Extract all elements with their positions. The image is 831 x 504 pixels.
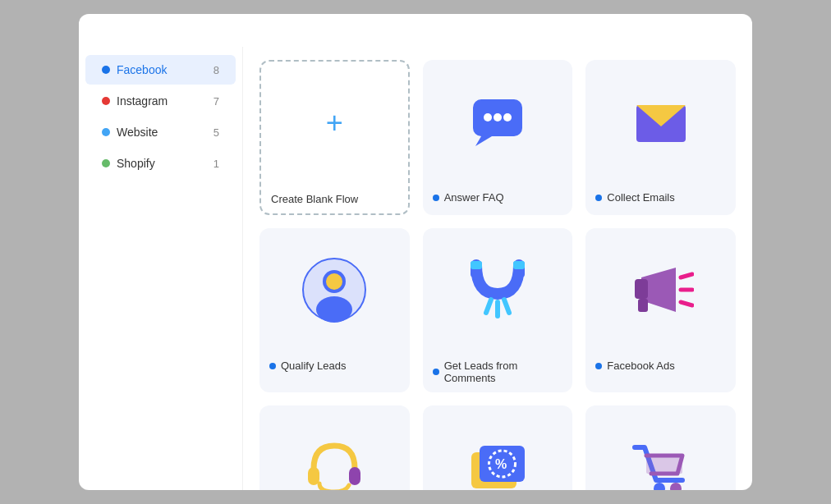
template-card-answer-faq[interactable]: Answer FAQ: [423, 60, 573, 215]
template-card-facebook-ads[interactable]: Facebook Ads: [585, 228, 736, 392]
sidebar-label-facebook: Facebook: [117, 63, 167, 76]
template-card-blank[interactable]: +Create Blank Flow: [259, 60, 410, 215]
template-label-text-answer-faq: Answer FAQ: [444, 191, 504, 204]
template-modal: Facebook8Instagram7Website5Shopify1 +Cre…: [79, 14, 752, 490]
template-card-coupon[interactable]: % Share a Coupon: [423, 405, 573, 490]
template-card-support[interactable]: Customer Support: [259, 405, 410, 490]
template-card-qualify-leads[interactable]: Qualify Leads: [259, 228, 410, 392]
template-icon-facebook-ads: [585, 228, 736, 351]
templates-grid: +Create Blank Flow Answer FAQ Collect Em…: [259, 60, 736, 490]
svg-rect-22: [638, 299, 648, 312]
template-label-text-get-leads-comments: Get Leads from Comments: [444, 360, 563, 384]
templates-area: +Create Blank Flow Answer FAQ Collect Em…: [243, 47, 752, 490]
status-dot-facebook: [102, 66, 110, 74]
svg-point-2: [494, 113, 502, 121]
template-icon-support: [259, 405, 410, 490]
template-card-collect-emails[interactable]: Collect Emails: [585, 60, 736, 215]
svg-rect-21: [635, 279, 648, 299]
sidebar-item-left: Website: [102, 126, 158, 139]
sidebar-item-instagram[interactable]: Instagram7: [85, 86, 236, 116]
cart-icon: [628, 438, 694, 490]
sidebar-item-shopify[interactable]: Shopify1: [85, 149, 236, 178]
svg-line-23: [681, 274, 692, 277]
sidebar-item-facebook[interactable]: Facebook8: [85, 55, 236, 85]
template-label-text-blank: Create Blank Flow: [271, 193, 358, 205]
sidebar-count-instagram: 7: [213, 95, 219, 108]
template-icon-collect-emails: [585, 60, 736, 183]
status-dot-website: [102, 128, 110, 136]
template-icon-answer-faq: [423, 60, 573, 183]
template-dot-collect-emails: [595, 195, 602, 201]
plus-icon: +: [326, 108, 343, 138]
template-label-collect-emails: Collect Emails: [585, 183, 736, 212]
svg-line-25: [681, 302, 692, 305]
sidebar: Facebook8Instagram7Website5Shopify1: [79, 47, 243, 490]
magnet-icon: [468, 257, 527, 323]
svg-point-1: [484, 113, 492, 121]
coupon-icon: %: [465, 438, 530, 490]
svg-line-19: [504, 300, 509, 313]
template-label-answer-faq: Answer FAQ: [423, 183, 573, 212]
chat-icon: [469, 95, 526, 149]
sidebar-label-shopify: Shopify: [117, 157, 155, 170]
sidebar-item-left: Facebook: [102, 63, 167, 76]
svg-line-17: [486, 300, 491, 313]
sidebar-count-facebook: 8: [213, 64, 219, 76]
sidebar-label-instagram: Instagram: [117, 94, 168, 108]
modal-header: [79, 14, 752, 47]
sidebar-count-website: 5: [213, 126, 219, 139]
template-label-text-qualify-leads: Qualify Leads: [281, 360, 347, 372]
svg-rect-27: [349, 467, 360, 485]
template-icon-blank: +: [261, 62, 408, 185]
template-card-get-leads-comments[interactable]: Get Leads from Comments: [423, 228, 573, 392]
template-dot-qualify-leads: [269, 363, 276, 369]
svg-rect-16: [513, 261, 525, 269]
svg-marker-4: [475, 136, 492, 146]
template-dot-facebook-ads: [595, 363, 602, 369]
template-label-text-collect-emails: Collect Emails: [607, 191, 674, 204]
sidebar-item-left: Shopify: [102, 157, 155, 170]
svg-point-3: [503, 113, 512, 121]
megaphone-icon: [628, 261, 694, 318]
svg-text:%: %: [495, 457, 507, 471]
sidebar-label-website: Website: [117, 126, 158, 139]
template-icon-coupon: %: [423, 405, 573, 490]
svg-point-11: [316, 296, 352, 323]
sidebar-count-shopify: 1: [213, 158, 219, 170]
email-icon: [633, 97, 689, 146]
modal-body: Facebook8Instagram7Website5Shopify1 +Cre…: [79, 47, 752, 490]
close-button[interactable]: [726, 30, 732, 37]
sidebar-item-left: Instagram: [102, 94, 168, 108]
template-card-cart[interactable]: Recover Abandoned Cart: [585, 405, 736, 490]
svg-point-12: [326, 273, 342, 290]
template-dot-answer-faq: [433, 195, 439, 201]
template-label-get-leads-comments: Get Leads from Comments: [423, 351, 573, 392]
svg-point-33: [654, 483, 665, 490]
template-icon-cart: [585, 405, 736, 490]
svg-point-34: [670, 483, 682, 490]
template-dot-get-leads-comments: [433, 369, 439, 375]
status-dot-instagram: [102, 97, 110, 105]
template-icon-get-leads-comments: [423, 228, 573, 351]
svg-rect-15: [471, 261, 482, 269]
template-label-blank: Create Blank Flow: [261, 185, 408, 213]
template-label-text-facebook-ads: Facebook Ads: [607, 360, 674, 372]
sidebar-item-website[interactable]: Website5: [85, 117, 236, 147]
template-label-facebook-ads: Facebook Ads: [585, 351, 736, 380]
svg-rect-32: [646, 456, 682, 474]
template-icon-qualify-leads: [259, 228, 410, 351]
status-dot-shopify: [102, 159, 110, 167]
template-label-qualify-leads: Qualify Leads: [259, 351, 410, 380]
headset-icon: [301, 438, 367, 490]
avatar-icon: [301, 257, 367, 323]
